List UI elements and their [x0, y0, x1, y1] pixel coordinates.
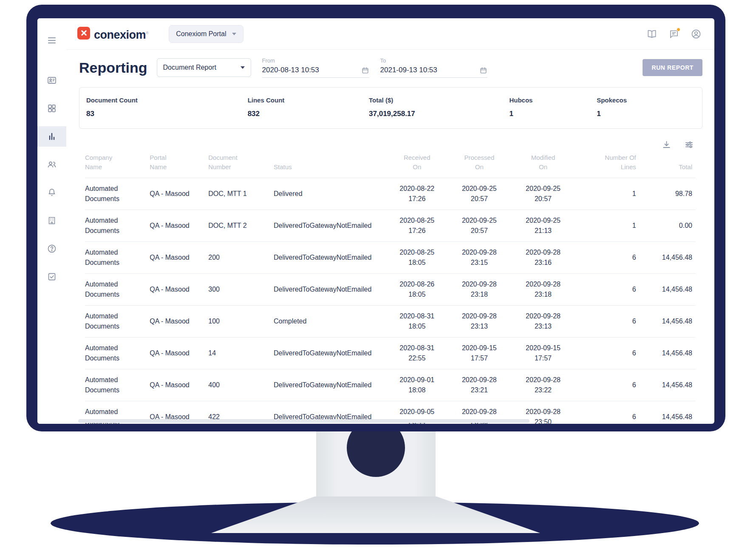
cell-modified-on: 2020-09-2521:13	[513, 210, 576, 241]
dashboard-icon	[47, 103, 57, 113]
cell-portal-name: QA - Masood	[150, 337, 208, 369]
stat-document-count: Document Count 83	[86, 96, 248, 118]
cell-total: 14,456.48	[640, 241, 696, 273]
stat-value: 1	[597, 110, 698, 118]
cell-modified-on: 2020-09-1517:57	[513, 337, 576, 369]
tasks-icon	[47, 272, 57, 282]
brand-name: conexiom®	[94, 26, 148, 42]
book-icon	[646, 28, 657, 40]
cell-company-name: Automated Documents	[85, 178, 150, 210]
cell-received-on: 2020-09-0118:08	[388, 369, 449, 401]
col-number-of-lines[interactable]: Number Of Lines	[577, 153, 640, 178]
table-row[interactable]: Automated DocumentsQA - Masood400Deliver…	[85, 369, 696, 401]
cell-company-name: Automated Documents	[85, 369, 150, 401]
cell-status: Delivered	[274, 178, 388, 210]
sidebar	[37, 18, 66, 424]
sidebar-item-reporting[interactable]	[37, 126, 66, 147]
from-date-field[interactable]: From 2020-08-13 10:53	[262, 57, 369, 78]
feedback-button[interactable]	[668, 28, 680, 40]
sidebar-item-dashboard[interactable]	[37, 98, 66, 119]
cell-processed-on: 2020-09-1517:57	[449, 337, 513, 369]
table-row[interactable]: Automated DocumentsQA - Masood14Delivere…	[85, 337, 696, 369]
download-button[interactable]	[662, 140, 671, 150]
cell-total: 14,456.48	[640, 273, 696, 305]
col-processed-on[interactable]: Processed On	[449, 153, 513, 178]
table-row[interactable]: Automated DocumentsQA - MasoodDOC, MTT 1…	[85, 178, 696, 210]
help-icon	[47, 244, 57, 254]
people-icon	[47, 159, 57, 170]
from-label: From	[262, 57, 369, 64]
cell-portal-name: QA - Masood	[150, 273, 208, 305]
col-portal-name[interactable]: Portal Name	[150, 153, 208, 178]
stat-label: Lines Count	[248, 96, 365, 104]
cell-received-on: 2020-08-2517:26	[388, 210, 449, 241]
to-date-value: 2021-09-13 10:53	[380, 66, 437, 74]
table-header-row: Company Name Portal Name Document Number…	[85, 153, 696, 178]
table-row[interactable]: Automated DocumentsQA - MasoodDOC, MTT 2…	[85, 210, 696, 241]
cell-portal-name: QA - Masood	[150, 210, 208, 241]
col-status[interactable]: Status	[274, 153, 388, 178]
filter-icon	[684, 140, 694, 150]
main-area: conexiom® Conexiom Portal	[66, 18, 714, 424]
cell-number-of-lines: 6	[577, 241, 640, 273]
cell-document-number: DOC, MTT 1	[208, 178, 274, 210]
report-type-select[interactable]: Document Report	[157, 58, 251, 77]
sidebar-item-help[interactable]	[37, 238, 66, 259]
col-modified-on[interactable]: Modified On	[513, 153, 576, 178]
bar-chart-icon	[47, 131, 57, 142]
table-row[interactable]: Automated DocumentsQA - Masood100Complet…	[85, 305, 696, 337]
cell-total: 14,456.48	[640, 401, 696, 424]
cell-portal-name: QA - Masood	[150, 305, 208, 337]
topbar: conexiom® Conexiom Portal	[66, 18, 714, 50]
cell-document-number: 100	[208, 305, 274, 337]
stat-label: Document Count	[86, 96, 244, 104]
brand-logo: conexiom®	[77, 26, 148, 42]
download-icon	[662, 140, 671, 150]
cell-portal-name: QA - Masood	[150, 241, 208, 273]
sidebar-item-users[interactable]	[37, 154, 66, 175]
col-total[interactable]: Total	[640, 153, 696, 178]
to-date-field[interactable]: To 2021-09-13 10:53	[380, 57, 487, 78]
portal-selector[interactable]: Conexiom Portal	[169, 25, 244, 43]
cell-number-of-lines: 1	[577, 210, 640, 241]
registered-mark: ®	[146, 31, 148, 35]
cell-status: DeliveredToGatewayNotEmailed	[274, 241, 388, 273]
sidebar-item-companies[interactable]	[37, 210, 66, 231]
col-received-on[interactable]: Received On	[388, 153, 449, 178]
documentation-button[interactable]	[646, 28, 657, 40]
cell-total: 14,456.48	[640, 369, 696, 401]
cell-status: DeliveredToGatewayNotEmailed	[274, 273, 388, 305]
col-company-name[interactable]: Company Name	[85, 153, 150, 178]
table-row[interactable]: Automated DocumentsQA - Masood300Deliver…	[85, 273, 696, 305]
horizontal-scrollbar[interactable]	[78, 419, 529, 423]
account-button[interactable]	[691, 28, 702, 40]
sidebar-item-tasks[interactable]	[37, 267, 66, 287]
stat-lines-count: Lines Count 832	[248, 96, 369, 118]
cell-document-number: 400	[208, 369, 274, 401]
stat-value: 37,019,258.17	[369, 110, 505, 118]
sidebar-item-notifications[interactable]	[37, 182, 66, 203]
cell-number-of-lines: 6	[577, 401, 640, 424]
run-report-button[interactable]: RUN REPORT	[643, 59, 702, 76]
col-document-number[interactable]: Document Number	[208, 153, 274, 178]
cell-status: DeliveredToGatewayNotEmailed	[274, 337, 388, 369]
filter-button[interactable]	[684, 140, 694, 150]
cell-received-on: 2020-08-2518:05	[388, 241, 449, 273]
cell-company-name: Automated Documents	[85, 305, 150, 337]
cell-processed-on: 2020-09-2823:21	[449, 369, 513, 401]
cell-received-on: 2020-08-2217:26	[388, 178, 449, 210]
portal-selector-label: Conexiom Portal	[176, 30, 226, 38]
stat-hubcos: Hubcos 1	[509, 96, 597, 118]
menu-icon	[47, 35, 57, 45]
cell-number-of-lines: 1	[577, 178, 640, 210]
cell-total: 0.00	[640, 210, 696, 241]
sidebar-item-contacts[interactable]	[37, 70, 66, 91]
summary-card: Document Count 83 Lines Count 832 Total …	[79, 87, 702, 129]
cell-received-on: 2020-08-2618:05	[388, 273, 449, 305]
cell-company-name: Automated Documents	[85, 241, 150, 273]
table-row[interactable]: Automated DocumentsQA - Masood200Deliver…	[85, 241, 696, 273]
screen: conexiom® Conexiom Portal	[37, 18, 714, 424]
stat-value: 1	[509, 110, 592, 118]
cell-total: 14,456.48	[640, 305, 696, 337]
menu-toggle-button[interactable]	[37, 30, 66, 51]
